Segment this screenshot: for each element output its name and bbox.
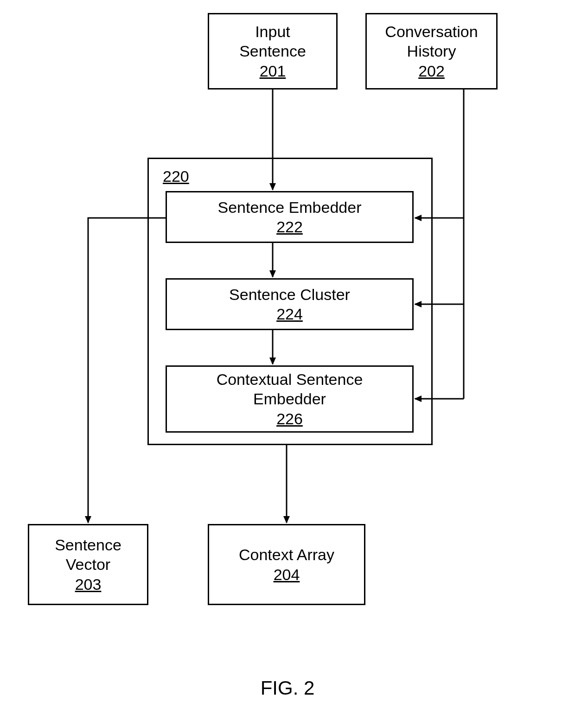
box-ref: 224	[276, 304, 303, 324]
box-conversation-history: ConversationHistory 202	[365, 13, 498, 89]
box-label: Contextual SentenceEmbedder	[217, 370, 363, 409]
box-ref: 226	[276, 409, 303, 429]
container-ref: 220	[163, 167, 189, 185]
box-sentence-cluster: Sentence Cluster 224	[166, 278, 414, 330]
box-label: InputSentence	[239, 22, 306, 61]
box-label: Sentence Cluster	[229, 285, 350, 305]
box-ref: 222	[276, 217, 303, 237]
box-label: Sentence Embedder	[218, 198, 362, 217]
box-ref: 204	[274, 565, 300, 585]
box-context-array: Context Array 204	[208, 524, 365, 605]
box-label: SentenceVector	[55, 535, 121, 575]
figure-caption: FIG. 2	[0, 677, 575, 699]
box-sentence-vector: SentenceVector 203	[28, 524, 148, 605]
box-ref: 202	[418, 61, 445, 81]
box-ref: 201	[260, 61, 286, 81]
box-label: ConversationHistory	[385, 22, 478, 61]
box-input-sentence: InputSentence 201	[208, 13, 338, 89]
box-contextual-embedder: Contextual SentenceEmbedder 226	[166, 365, 414, 433]
box-sentence-embedder: Sentence Embedder 222	[166, 191, 414, 243]
box-label: Context Array	[239, 545, 334, 565]
box-ref: 203	[75, 575, 102, 594]
